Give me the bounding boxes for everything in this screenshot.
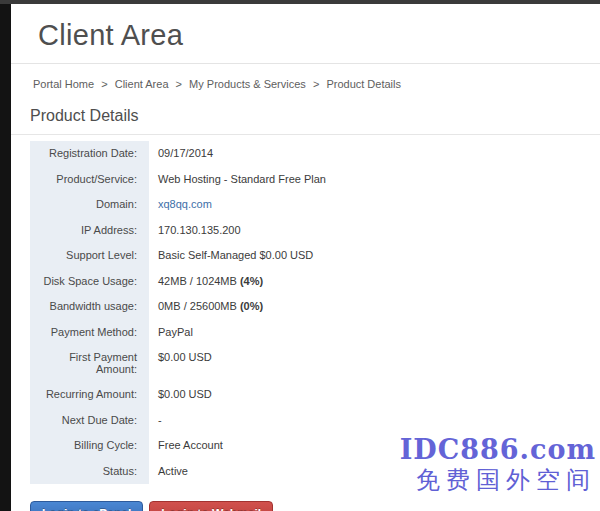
detail-label: Product/Service: (30, 167, 149, 193)
breadcrumb: Portal Home > Client Area > My Products … (33, 78, 600, 90)
table-row-billing-cycle: Billing Cycle: Free Account (30, 433, 590, 459)
detail-label: IP Address: (30, 218, 149, 244)
detail-value: $0.00 USD (149, 382, 212, 408)
detail-label: Registration Date: (30, 141, 149, 167)
left-border-strip (0, 0, 11, 511)
breadcrumb-product-details[interactable]: Product Details (326, 78, 401, 90)
table-row-product-service: Product/Service: Web Hosting - Standard … (30, 167, 590, 193)
detail-value: 42MB / 1024MB(4%) (149, 269, 263, 295)
section-header: Product Details (11, 107, 600, 135)
table-row-disk-space-usage: Disk Space Usage: 42MB / 1024MB(4%) (30, 269, 590, 295)
table-row-first-payment-amount: First Payment Amount: $0.00 USD (30, 345, 590, 382)
table-row-bandwidth-usage: Bandwidth usage: 0MB / 25600MB(0%) (30, 294, 590, 320)
detail-value: 170.130.135.200 (149, 218, 241, 244)
table-row-ip-address: IP Address: 170.130.135.200 (30, 218, 590, 244)
detail-label: Payment Method: (30, 320, 149, 346)
status-value: Active (149, 459, 188, 485)
table-row-status: Status: Active (30, 459, 590, 485)
detail-value: Free Account (149, 433, 223, 459)
detail-value: PayPal (149, 320, 193, 346)
domain-link[interactable]: xq8qq.com (158, 198, 212, 210)
section-title: Product Details (30, 107, 600, 125)
login-to-webmail-button[interactable]: Login to Webmail (149, 501, 273, 511)
detail-value: 0MB / 25600MB(0%) (149, 294, 263, 320)
table-row-registration-date: Registration Date: 09/17/2014 (30, 141, 590, 167)
table-row-support-level: Support Level: Basic Self-Managed $0.00 … (30, 243, 590, 269)
table-row-domain: Domain: xq8qq.com (30, 192, 590, 218)
page-title: Client Area (38, 19, 600, 52)
breadcrumb-separator: > (101, 78, 107, 90)
detail-label: Disk Space Usage: (30, 269, 149, 295)
login-to-cpanel-button[interactable]: Login to cPanel (30, 501, 143, 511)
detail-label: Billing Cycle: (30, 433, 149, 459)
detail-label: Bandwidth usage: (30, 294, 149, 320)
bandwidth-usage-percent: (0%) (240, 300, 263, 312)
disk-usage-percent: (4%) (240, 275, 263, 287)
product-details-table: Registration Date: 09/17/2014 Product/Se… (30, 141, 590, 484)
table-row-next-due-date: Next Due Date: - (30, 408, 590, 434)
detail-label: Next Due Date: (30, 408, 149, 434)
client-area-page: Client Area Portal Home > Client Area > … (11, 4, 600, 511)
detail-value: xq8qq.com (149, 192, 212, 218)
header-divider (11, 63, 600, 64)
breadcrumb-portal-home[interactable]: Portal Home (33, 78, 94, 90)
detail-value: Web Hosting - Standard Free Plan (149, 167, 326, 193)
table-row-payment-method: Payment Method: PayPal (30, 320, 590, 346)
detail-value: 09/17/2014 (149, 141, 213, 167)
breadcrumb-separator: > (313, 78, 319, 90)
detail-label: Status: (30, 459, 149, 485)
detail-value: $0.00 USD (149, 345, 212, 382)
detail-label: Domain: (30, 192, 149, 218)
top-border-strip (0, 0, 600, 4)
detail-value: Basic Self-Managed $0.00 USD (149, 243, 313, 269)
detail-value: - (149, 408, 162, 434)
action-buttons: Login to cPanel Login to Webmail (30, 501, 600, 511)
detail-label: First Payment Amount: (30, 345, 149, 382)
breadcrumb-client-area[interactable]: Client Area (115, 78, 169, 90)
breadcrumb-separator: > (176, 78, 182, 90)
breadcrumb-my-products-services[interactable]: My Products & Services (189, 78, 306, 90)
detail-label: Recurring Amount: (30, 382, 149, 408)
detail-label: Support Level: (30, 243, 149, 269)
table-row-recurring-amount: Recurring Amount: $0.00 USD (30, 382, 590, 408)
